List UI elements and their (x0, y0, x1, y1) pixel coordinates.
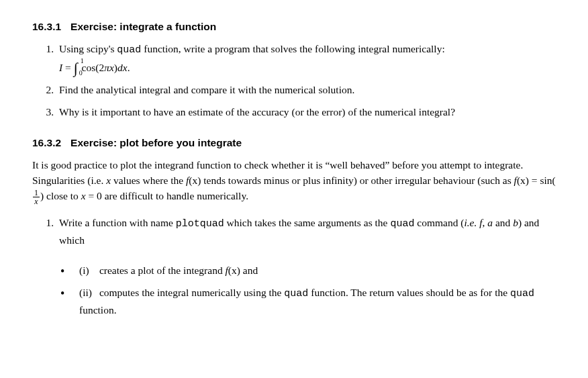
subsection-title-1: Exercise: integrate a function (70, 21, 216, 32)
list-item: 1. Using scipy's quad function, write a … (51, 41, 556, 75)
exercise-list-2: 1. Write a function with name plotquad w… (32, 215, 556, 248)
item-text: Find the analytical integral and compare… (59, 84, 354, 95)
roman-numeral: (ii) (79, 285, 97, 300)
subsection-heading-1: 16.3.1Exercise: integrate a function (32, 19, 556, 34)
subsection-number-2: 16.3.2 (32, 137, 61, 148)
item-text: Write a function with name plotquad whic… (59, 217, 539, 246)
integral-symbol: ∫10 (74, 60, 78, 75)
sub-bullet-list: (i) creates a plot of the integrand f(x)… (32, 263, 556, 318)
item-number: 1. (40, 41, 54, 56)
list-item: 1. Write a function with name plotquad w… (51, 215, 556, 248)
intro-paragraph: It is good practice to plot the integran… (32, 157, 556, 205)
exercise-list-1: 1. Using scipy's quad function, write a … (32, 41, 556, 120)
item-number: 1. (40, 215, 54, 230)
item-text: Why is it important to have an estimate … (59, 106, 455, 117)
list-item: 2. Find the analytical integral and comp… (51, 82, 556, 97)
code-quad: quad (390, 218, 414, 230)
subsection-heading-2: 16.3.2Exercise: plot before you integrat… (32, 135, 556, 150)
item-number: 2. (40, 82, 54, 97)
integral-expression: I = ∫10 cos(2πx)dx. (59, 60, 556, 75)
bullet-item: (ii) computes the integral numerically u… (60, 285, 556, 318)
subsection-number-1: 16.3.1 (32, 21, 61, 32)
code-plotquad: plotquad (176, 218, 224, 230)
code-quad: quad (284, 288, 308, 299)
subsection-title-2: Exercise: plot before you integrate (70, 137, 242, 148)
item-number: 3. (40, 104, 54, 120)
code-quad: quad (117, 44, 141, 56)
fraction: 1x (33, 189, 40, 205)
list-item: 3. Why is it important to have an estima… (51, 104, 556, 120)
item-text: Using scipy's quad function, write a pro… (59, 43, 445, 54)
roman-numeral: (i) (79, 263, 97, 278)
code-quad: quad (510, 288, 534, 299)
bullet-item: (i) creates a plot of the integrand f(x)… (60, 263, 556, 278)
